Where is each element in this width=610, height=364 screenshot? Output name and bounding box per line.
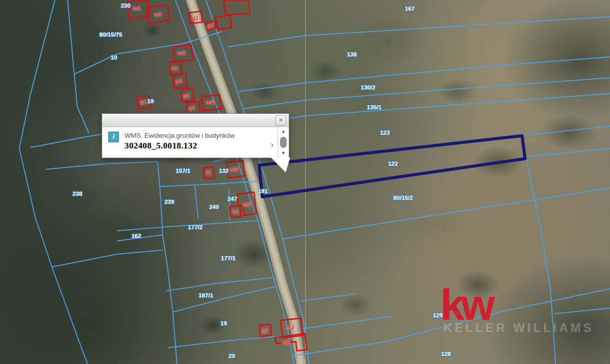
info-icon: i xyxy=(108,132,119,142)
popup-scrollbar[interactable]: ▲ ▼ xyxy=(278,127,289,158)
parcel-label: 239 xyxy=(164,199,174,205)
kw-watermark-text: KELLER WILLIAMS xyxy=(443,321,594,335)
parcel-label: 10 xyxy=(111,54,117,60)
parcel-label: 135/1 xyxy=(367,104,382,110)
building-label: g1 xyxy=(207,22,214,28)
parcel-label: 19 xyxy=(221,320,227,326)
parcel-label: 162 xyxy=(131,233,141,239)
parcel-label: 247 xyxy=(227,196,237,202)
parcel-label: 167 xyxy=(405,6,414,12)
parcel-label: 132 xyxy=(219,168,228,174)
parcel-label: 122 xyxy=(388,161,398,167)
building-label: m1 xyxy=(154,11,162,17)
building-label: m2 xyxy=(286,324,294,330)
map-canvas[interactable]: 23080/15/751019167138130/2135/112312280/… xyxy=(0,0,610,364)
cadastral-overlay xyxy=(0,0,610,364)
parcel-label: 191 xyxy=(258,188,267,194)
parcel-label: 177/2 xyxy=(188,224,203,230)
parcel-label: 230 xyxy=(120,3,130,9)
parcel-boundaries xyxy=(19,0,610,364)
parcel-label: 128 xyxy=(441,351,450,357)
chevron-right-icon: › xyxy=(271,140,273,149)
building-label: m2 xyxy=(282,339,290,345)
parcel-label: 157/1 xyxy=(176,168,191,174)
parcel-label: 138 xyxy=(347,51,356,57)
parcel-label: 238 xyxy=(72,191,82,197)
popup-texts: WMS, Ewidencja gruntów i budynków 302408… xyxy=(125,132,235,151)
parcel-label: 177/1 xyxy=(221,255,236,261)
close-icon: ✕ xyxy=(279,117,283,123)
building-label: m2 xyxy=(206,99,214,105)
parcel-label: 240 xyxy=(209,204,219,210)
popup-body: i WMS, Ewidencja gruntów i budynków 3024… xyxy=(102,127,289,158)
parcel-label: 123 xyxy=(380,130,389,136)
building-label: m1 xyxy=(133,5,141,11)
parcel-label: 187/1 xyxy=(199,292,214,298)
scroll-up-button[interactable]: ▲ xyxy=(281,129,286,134)
building-label: g1 xyxy=(140,99,147,105)
popup-titlebar[interactable]: ✕ xyxy=(102,114,289,127)
building-label: h1 xyxy=(172,65,178,71)
scroll-down-button[interactable]: ▼ xyxy=(281,151,286,156)
close-button[interactable]: ✕ xyxy=(276,115,286,126)
building-label: m2 xyxy=(243,201,251,207)
wms-source-label: WMS, Ewidencja gruntów i budynków xyxy=(125,132,235,139)
building-label: h1 xyxy=(232,208,239,215)
info-popup: ✕ i WMS, Ewidencja gruntów i budynków 30… xyxy=(102,113,289,158)
building-label: g1 xyxy=(184,93,190,99)
building-label: g1 xyxy=(189,105,196,111)
parcel-label: 130/2 xyxy=(361,84,376,90)
parcel-label: 80/15/75 xyxy=(100,32,123,38)
parcel-label: 80/15/2 xyxy=(393,195,413,201)
building-label: g1 xyxy=(262,327,268,333)
scrollbar-thumb[interactable] xyxy=(280,137,287,148)
building-label: t1 xyxy=(206,169,211,175)
parcel-label: 19 xyxy=(147,98,154,104)
feature-id: 302408_5.0018.132 xyxy=(125,141,235,151)
building-label: g1 xyxy=(192,15,199,21)
building-label: g1 xyxy=(176,78,182,84)
parcel-label: 20 xyxy=(229,353,235,359)
building-label: m2 xyxy=(177,50,186,56)
kw-logo: kw xyxy=(440,288,492,322)
next-feature-button[interactable]: › xyxy=(271,140,273,149)
building-label: m2 xyxy=(230,166,238,172)
